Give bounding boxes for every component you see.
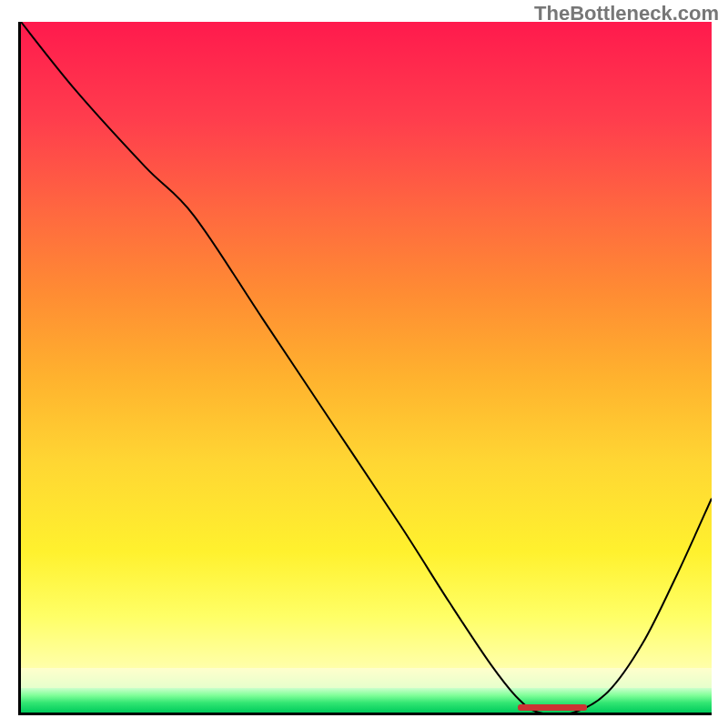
optimal-range-marker (518, 704, 587, 711)
chart-container: TheBottleneck.com (0, 0, 728, 728)
bottleneck-curve (21, 22, 712, 713)
watermark-text: TheBottleneck.com (534, 2, 719, 25)
plot-area (18, 22, 712, 715)
curve-svg (21, 22, 712, 713)
